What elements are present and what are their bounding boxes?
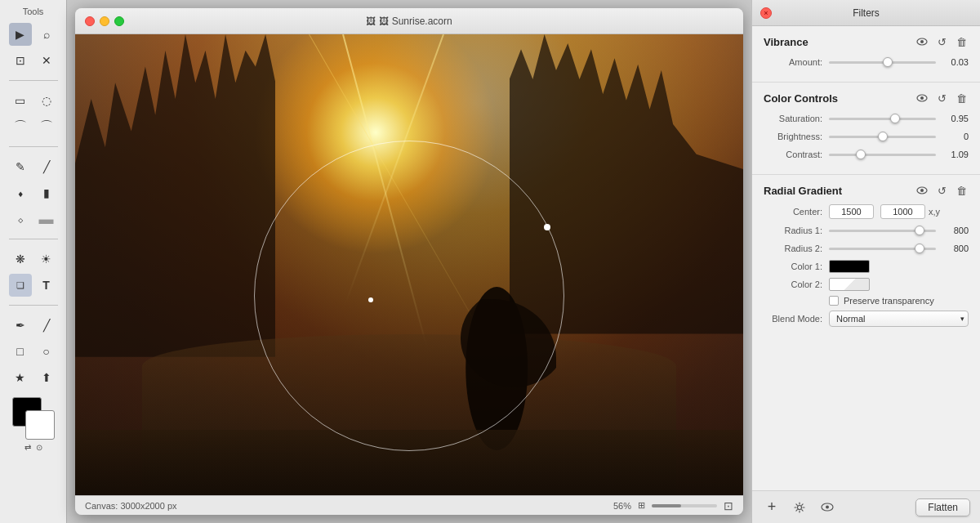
xy-label: x,y	[929, 207, 940, 217]
settings-btn[interactable]	[790, 498, 809, 517]
vibrance-amount-label: Amount:	[764, 57, 829, 67]
radius2-value: 800	[936, 244, 969, 253]
footer-left-buttons: +	[762, 498, 837, 517]
radial-gradient-section: Radial Gradient ↺ 🗑 Center: x,y	[752, 175, 980, 338]
blend-mode-select[interactable]: Normal ▾	[829, 311, 969, 327]
center-y-input[interactable]	[880, 204, 925, 219]
saturation-label: Saturation:	[764, 114, 829, 123]
vibrance-title: Vibrance	[764, 36, 808, 48]
canvas-photo	[75, 34, 743, 495]
line-tool[interactable]: ╱	[35, 155, 58, 178]
color2-swatch[interactable]	[829, 278, 870, 291]
svg-point-3	[920, 96, 924, 100]
color1-swatch[interactable]	[829, 260, 870, 273]
saturation-row: Saturation: 0.95	[764, 112, 969, 125]
vibrance-section: Vibrance ↺ 🗑 Amount: 0.03	[752, 26, 980, 83]
radius2-row: Radius 2: 800	[764, 242, 969, 255]
radial-gradient-reset-btn[interactable]: ↺	[934, 183, 949, 198]
text-tool[interactable]: T	[35, 274, 58, 297]
radius2-slider[interactable]	[829, 242, 936, 255]
preview-btn[interactable]	[817, 498, 837, 517]
preserve-transparency-label: Preserve transparency	[844, 296, 934, 306]
color1-label: Color 1:	[764, 262, 829, 271]
arrow2-tool[interactable]: ⬆	[35, 366, 58, 389]
star-tool[interactable]: ★	[9, 366, 32, 389]
preserve-transparency-checkbox[interactable]	[829, 296, 839, 306]
lasso-tool[interactable]: ⌒	[9, 115, 32, 138]
color-controls-section: Color Controls ↺ 🗑 Saturation: 0.95	[752, 83, 980, 175]
svg-point-8	[826, 506, 829, 509]
color-controls-reset-btn[interactable]: ↺	[934, 91, 949, 105]
filters-close-button[interactable]: ×	[760, 7, 772, 19]
eraser-tool[interactable]: ▮	[35, 181, 58, 204]
brightness-label: Brightness:	[764, 132, 829, 141]
close-button[interactable]	[85, 16, 95, 26]
arrow-tool[interactable]: ▶	[9, 23, 32, 46]
effects-tool[interactable]: ❋	[9, 248, 32, 270]
color2-label: Color 2:	[764, 279, 829, 289]
flip-tool[interactable]: ✕	[35, 49, 58, 72]
color1-row: Color 1:	[764, 260, 969, 273]
canvas-radial-circle	[254, 141, 564, 451]
zoom-icon: ⊞	[638, 500, 645, 511]
radial-gradient-header: Radial Gradient ↺ 🗑	[764, 183, 969, 198]
saturation-slider[interactable]	[829, 112, 936, 125]
radial-gradient-visibility-btn[interactable]	[915, 183, 929, 198]
color-controls-delete-btn[interactable]: 🗑	[954, 91, 969, 105]
crop-tool[interactable]: ⊡	[9, 49, 32, 72]
color-swatch-area[interactable]	[12, 397, 55, 440]
paint-bucket-tool[interactable]: ⬧	[9, 181, 32, 204]
blend-mode-value: Normal	[836, 314, 865, 324]
pencil-tool[interactable]: ✎	[9, 155, 32, 178]
ellipse-select-tool[interactable]: ◌	[35, 89, 58, 112]
flatten-button[interactable]: Flatten	[915, 498, 970, 516]
pen-tool[interactable]: ✒	[9, 314, 32, 337]
radius1-slider[interactable]	[829, 224, 936, 237]
rect-select-tool[interactable]: ▭	[9, 89, 32, 112]
default-colors-btn[interactable]: ⊙	[36, 443, 42, 452]
fit-icon[interactable]: ⊡	[724, 499, 733, 512]
oval-tool[interactable]: ○	[35, 340, 58, 363]
fill-tool[interactable]: ⬦	[9, 208, 32, 230]
foreground-color-swatch[interactable]	[25, 410, 55, 440]
preserve-transparency-row: Preserve transparency	[764, 296, 969, 306]
minimize-button[interactable]	[100, 16, 109, 26]
line2-tool[interactable]: ╱	[35, 314, 58, 337]
vibrance-reset-btn[interactable]: ↺	[934, 34, 949, 49]
zoom-tool[interactable]: ⌕	[35, 23, 58, 46]
divider3	[9, 239, 58, 239]
color2-row: Color 2:	[764, 278, 969, 291]
add-filter-btn[interactable]: +	[762, 498, 782, 517]
rect-tool[interactable]: □	[9, 340, 32, 363]
layers-tool[interactable]: ❏	[9, 274, 32, 297]
maximize-button[interactable]	[114, 16, 124, 26]
vibrance-visibility-btn[interactable]	[915, 34, 929, 49]
swap-colors-btn[interactable]: ⇄	[24, 443, 31, 452]
contrast-slider[interactable]	[829, 148, 936, 161]
sun-tool[interactable]: ☀	[35, 248, 58, 270]
zoom-slider[interactable]	[652, 504, 717, 507]
color-controls-visibility-btn[interactable]	[915, 91, 929, 105]
poly-lasso-tool[interactable]: ⌒	[35, 115, 58, 138]
blend-mode-row: Blend Mode: Normal ▾	[764, 311, 969, 327]
blend-mode-label: Blend Mode:	[764, 314, 829, 324]
svg-point-5	[920, 189, 924, 192]
canvas-info: Canvas: 3000x2000 px	[85, 501, 177, 511]
canvas-area[interactable]	[75, 34, 743, 495]
color-controls-header: Color Controls ↺ 🗑	[764, 91, 969, 105]
center-x-input[interactable]	[829, 204, 874, 219]
divider1	[9, 80, 58, 81]
contrast-label: Contrast:	[764, 150, 829, 159]
center-row: Center: x,y	[764, 204, 969, 219]
blur-tool[interactable]: ▬	[35, 208, 58, 230]
brightness-slider[interactable]	[829, 130, 936, 143]
radius1-row: Radius 1: 800	[764, 224, 969, 237]
vibrance-delete-btn[interactable]: 🗑	[954, 34, 969, 49]
vibrance-controls: ↺ 🗑	[915, 34, 969, 49]
filters-content: Vibrance ↺ 🗑 Amount: 0.03	[752, 26, 980, 490]
svg-point-6	[798, 505, 802, 509]
vibrance-amount-slider[interactable]	[829, 56, 936, 69]
radial-gradient-delete-btn[interactable]: 🗑	[954, 183, 969, 198]
svg-point-1	[920, 40, 924, 43]
color-controls-buttons: ↺ 🗑	[915, 91, 969, 105]
